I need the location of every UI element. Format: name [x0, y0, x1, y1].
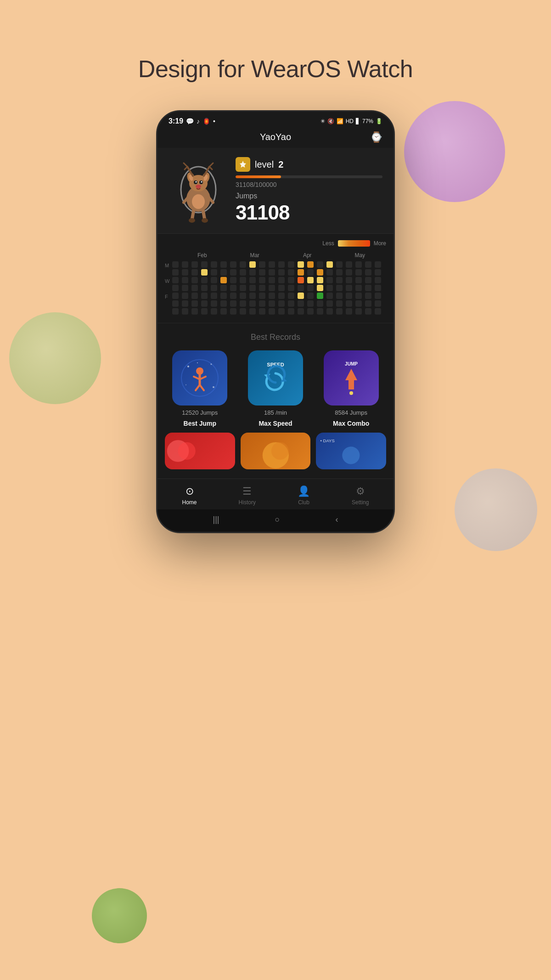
cell-6-16 [326, 308, 333, 315]
cell-0-12 [288, 261, 294, 268]
svg-line-11 [209, 163, 213, 167]
cell-6-8 [249, 308, 256, 315]
cell-5-8 [249, 300, 256, 307]
cell-2-3 [201, 277, 208, 283]
partial-row: • DAYS [165, 433, 386, 471]
legend-gradient [338, 240, 370, 247]
profile-section: level 2 31108/100000 Jumps 31108 [157, 148, 394, 233]
svg-text:JUMP: JUMP [345, 361, 358, 366]
record-name-best-jump: Best Jump [184, 420, 217, 427]
month-apr: Apr [281, 252, 334, 259]
cell-4-20 [365, 293, 371, 299]
record-name-max-combo: Max Combo [333, 420, 369, 427]
cell-2-16 [326, 277, 333, 283]
cell-1-2 [191, 269, 198, 276]
android-nav: ||| ○ ‹ [157, 509, 394, 532]
svg-point-29 [213, 386, 214, 388]
android-recent-btn[interactable]: ||| [213, 515, 219, 524]
cell-2-2 [191, 277, 198, 283]
svg-point-23 [202, 218, 208, 223]
android-back-btn[interactable]: ‹ [335, 515, 338, 524]
section-title: Best Records [165, 332, 386, 342]
cell-3-12 [288, 285, 294, 291]
cell-1-21 [375, 269, 381, 276]
record-card-max-combo[interactable]: JUMP 8584 Jumps Max Combo [316, 350, 386, 427]
cell-0-0 [172, 261, 179, 268]
partial-card-3[interactable]: • DAYS [316, 433, 386, 469]
cell-3-18 [346, 285, 352, 291]
cell-6-1 [182, 308, 188, 315]
cell-2-0 [172, 277, 179, 283]
home-icon: ⊙ [186, 485, 194, 497]
cell-3-1 [182, 285, 188, 291]
day-empty4 [165, 309, 169, 315]
mute-icon: 🔇 [327, 118, 334, 124]
svg-point-17 [196, 185, 201, 188]
cell-4-5 [220, 293, 227, 299]
cell-5-21 [375, 300, 381, 307]
cell-6-15 [317, 308, 323, 315]
cell-5-3 [201, 300, 208, 307]
cell-1-17 [336, 269, 343, 276]
cell-2-11 [278, 277, 285, 283]
nav-item-setting[interactable]: ⚙ Setting [344, 484, 376, 507]
cell-2-1 [182, 277, 188, 283]
cell-5-10 [269, 300, 275, 307]
cell-0-11 [278, 261, 285, 268]
svg-point-30 [197, 362, 198, 363]
cell-4-3 [201, 293, 208, 299]
nav-item-club[interactable]: 👤 Club [290, 484, 317, 507]
nav-item-history[interactable]: ☰ History [231, 484, 263, 507]
cell-1-7 [240, 269, 246, 276]
day-empty1 [165, 270, 169, 276]
cell-2-19 [355, 277, 362, 283]
phone-frame: 3:19 💬 ♪ 🏮 • ✳ 🔇 📶 HD ▋ 77% 🔋 YaoYao ⌚ [156, 110, 395, 533]
watch-icon[interactable]: ⌚ [370, 131, 382, 143]
cell-6-5 [220, 308, 227, 315]
notification-icon: 🏮 [202, 118, 210, 125]
record-card-best-jump[interactable]: 12520 Jumps Best Jump [165, 350, 235, 427]
svg-line-9 [185, 167, 187, 169]
cell-4-16 [326, 293, 333, 299]
status-left: 3:19 💬 ♪ 🏮 • [169, 117, 215, 125]
cell-4-13 [298, 293, 304, 299]
nav-item-home[interactable]: ⊙ Home [175, 484, 204, 507]
record-sub-max-combo: 8584 Jumps [335, 409, 367, 416]
cell-2-15 [317, 277, 323, 283]
cell-6-17 [336, 308, 343, 315]
cell-1-12 [288, 269, 294, 276]
partial-card-1[interactable] [165, 433, 235, 469]
cell-0-1 [182, 261, 188, 268]
cell-4-19 [355, 293, 362, 299]
dot-icon: • [213, 118, 215, 125]
cell-1-16 [326, 269, 333, 276]
cell-6-0 [172, 308, 179, 315]
cell-4-4 [211, 293, 217, 299]
cell-1-19 [355, 269, 362, 276]
bg-circle-green [9, 312, 101, 404]
cell-4-8 [249, 293, 256, 299]
record-card-max-speed[interactable]: SPEED 185 /min Max Speed [241, 350, 311, 427]
svg-line-8 [184, 163, 187, 167]
cell-3-8 [249, 285, 256, 291]
cell-3-11 [278, 285, 285, 291]
cell-6-14 [307, 308, 314, 315]
bg-circle-gray [455, 468, 537, 551]
day-empty3 [165, 301, 169, 308]
partial-card-2[interactable] [241, 433, 311, 469]
avatar-area [169, 155, 228, 224]
cell-5-11 [278, 300, 285, 307]
day-empty2 [165, 286, 169, 292]
android-home-btn[interactable]: ○ [275, 515, 280, 524]
svg-point-22 [189, 218, 195, 223]
cell-6-2 [191, 308, 198, 315]
cell-5-18 [346, 300, 352, 307]
cell-2-8 [249, 277, 256, 283]
cell-1-13 [298, 269, 304, 276]
cell-3-7 [240, 285, 246, 291]
grid-area: M W F [165, 261, 386, 315]
cell-2-6 [230, 277, 236, 283]
cell-5-15 [317, 300, 323, 307]
cell-6-3 [201, 308, 208, 315]
cell-1-10 [269, 269, 275, 276]
